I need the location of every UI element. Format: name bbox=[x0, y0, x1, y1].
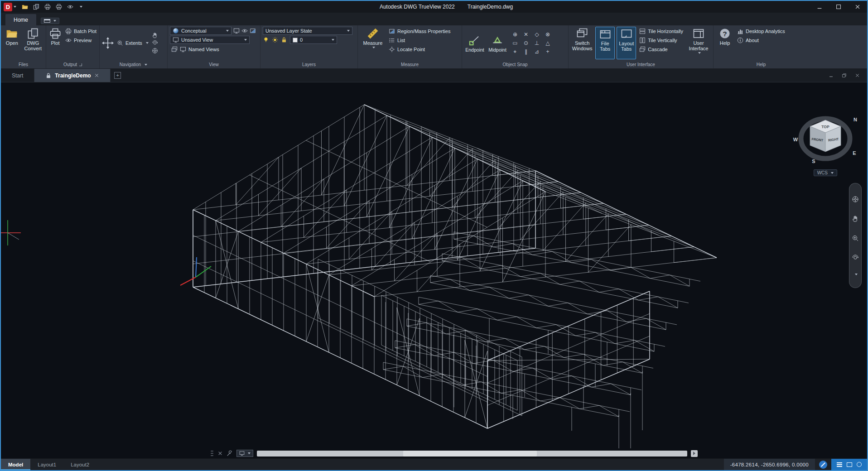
navbar-more-caret-icon[interactable] bbox=[855, 274, 858, 275]
intersection-snap-icon[interactable]: ⊗ bbox=[545, 31, 550, 38]
zoom-extents-button[interactable]: Extents bbox=[116, 39, 150, 48]
locate-point-button[interactable]: Locate Point bbox=[387, 45, 452, 53]
viewport-controls-button[interactable] bbox=[236, 450, 253, 457]
minimize-button[interactable] bbox=[810, 1, 829, 13]
help-button[interactable]: Help bbox=[716, 27, 734, 59]
cascade-button[interactable]: Cascade bbox=[638, 45, 685, 53]
ucs-indicator-button[interactable]: WCS bbox=[814, 169, 837, 176]
switch-windows-button[interactable]: Switch Windows bbox=[571, 27, 593, 59]
appearance-icon-3[interactable] bbox=[250, 28, 256, 34]
orbit-icon[interactable] bbox=[152, 40, 158, 46]
named-views-button[interactable]: Named Views bbox=[170, 45, 258, 53]
midpoint-snap-icon bbox=[492, 34, 503, 46]
geometric-center-snap-icon[interactable]: + bbox=[546, 48, 549, 55]
layout-tab-layout1[interactable]: Layout1 bbox=[30, 459, 63, 470]
layout-tab-layout2[interactable]: Layout2 bbox=[63, 459, 96, 470]
layer-thaw-sun-icon[interactable] bbox=[272, 37, 278, 43]
output-dialog-launcher-icon[interactable] bbox=[79, 63, 82, 66]
qat-dwg-convert-icon[interactable] bbox=[33, 4, 39, 10]
doc-restore-icon[interactable] bbox=[842, 73, 847, 78]
midpoint-snap-button[interactable]: Midpoint bbox=[487, 34, 508, 53]
navbar-zoom-icon[interactable] bbox=[852, 235, 859, 242]
insertion-snap-icon[interactable]: ▭ bbox=[512, 40, 517, 46]
center-snap-icon[interactable]: ⊕ bbox=[513, 31, 517, 38]
view-name-select[interactable]: Unsaved View bbox=[170, 36, 250, 44]
object-snap-grid: ⊕ ✕ ◇ ⊗ ▭ ⊙ ⊥ △ ⌖ ∥ ⊿ + bbox=[510, 30, 553, 56]
quadrant-snap-icon[interactable]: ◇ bbox=[535, 31, 539, 38]
tangent-snap-icon[interactable]: ⊙ bbox=[524, 40, 528, 46]
scrollbar-thumb[interactable] bbox=[403, 451, 537, 457]
tile-vertically-button[interactable]: Tile Vertically bbox=[638, 36, 685, 44]
toolbar-grip-icon[interactable] bbox=[210, 450, 214, 457]
current-layer-select[interactable]: 0 bbox=[290, 36, 337, 44]
file-tab-close-icon[interactable] bbox=[94, 73, 99, 78]
ribbon-group-files: Open DWG Convert Files bbox=[1, 25, 46, 68]
list-button[interactable]: List bbox=[387, 36, 452, 44]
tab-home[interactable]: Home bbox=[5, 14, 36, 25]
about-button[interactable]: About bbox=[736, 36, 786, 44]
clean-screen-icon[interactable] bbox=[847, 462, 852, 467]
navbar-steering-wheel-icon[interactable] bbox=[852, 196, 859, 203]
pan-hand-icon[interactable] bbox=[152, 32, 158, 38]
dwg-convert-button[interactable]: DWG Convert bbox=[23, 27, 43, 59]
scrollbar-row bbox=[1, 448, 867, 458]
file-tab-active[interactable]: TraingleDemo bbox=[34, 69, 110, 82]
node-snap-icon[interactable]: ✕ bbox=[524, 31, 528, 38]
preview-button[interactable]: Preview bbox=[64, 36, 98, 44]
doc-close-icon[interactable] bbox=[855, 73, 860, 78]
qat-plot-icon[interactable] bbox=[44, 4, 51, 10]
tile-horizontally-button[interactable]: Tile Horizontally bbox=[638, 27, 685, 35]
tile-vertically-icon bbox=[639, 37, 646, 43]
appearance-icon-1[interactable] bbox=[233, 28, 240, 34]
qat-open-icon[interactable] bbox=[22, 4, 28, 10]
app-logo[interactable]: D bbox=[4, 3, 12, 11]
steering-wheel-icon[interactable] bbox=[152, 48, 158, 54]
close-button[interactable] bbox=[848, 1, 867, 13]
batch-plot-button[interactable]: Batch Plot bbox=[64, 27, 98, 35]
apparent-intersection-snap-icon[interactable]: △ bbox=[545, 40, 550, 46]
qat-batch-plot-icon[interactable] bbox=[56, 4, 62, 10]
ribbon-display-toggle[interactable] bbox=[41, 18, 59, 24]
customization-icon[interactable] bbox=[837, 462, 842, 467]
layer-state-select[interactable]: Unsaved Layer State bbox=[263, 27, 352, 35]
visual-style-select[interactable]: Conceptual bbox=[170, 27, 231, 35]
new-tab-button[interactable]: + bbox=[111, 69, 125, 82]
layer-lock-icon[interactable] bbox=[281, 37, 287, 43]
desktop-analytics-button[interactable]: Desktop Analytics bbox=[736, 27, 786, 35]
toolbar-close-icon[interactable] bbox=[217, 451, 223, 456]
graphics-performance-icon[interactable] bbox=[857, 462, 862, 467]
nearest-snap-icon[interactable]: ⌖ bbox=[514, 48, 517, 55]
document-window-controls bbox=[829, 69, 867, 82]
navbar-pan-icon[interactable] bbox=[852, 215, 859, 222]
parallel-snap-icon[interactable]: ∥ bbox=[525, 48, 527, 55]
navbar-orbit-icon[interactable] bbox=[852, 254, 859, 261]
file-tab-start[interactable]: Start bbox=[1, 69, 34, 82]
doc-minimize-icon[interactable] bbox=[829, 73, 834, 78]
drawing-canvas[interactable]: W S E N TOP FRONT RIGHT bbox=[1, 82, 867, 448]
layout-tab-model[interactable]: Model bbox=[1, 459, 30, 470]
group-label-object-snap: Object Snap bbox=[502, 62, 527, 67]
app-menu-caret-icon[interactable] bbox=[14, 6, 16, 8]
scrollbar-right-arrow[interactable] bbox=[691, 450, 698, 457]
pan-icon[interactable] bbox=[102, 37, 114, 49]
appearance-icon-2[interactable] bbox=[241, 28, 248, 34]
horizontal-scrollbar[interactable] bbox=[257, 451, 687, 457]
layer-on-bulb-icon[interactable] bbox=[263, 37, 269, 43]
toolbar-wrench-icon[interactable] bbox=[227, 450, 233, 457]
viewcube[interactable]: W S E N TOP FRONT RIGHT bbox=[793, 117, 857, 164]
perpendicular-snap-icon[interactable]: ⊥ bbox=[535, 40, 539, 46]
isolate-objects-icon[interactable] bbox=[819, 461, 827, 469]
layout-tabs-toggle-button[interactable]: Layout Tabs bbox=[617, 27, 636, 59]
open-button[interactable]: Open bbox=[3, 27, 21, 59]
qat-preview-icon[interactable] bbox=[67, 4, 73, 10]
maximize-button[interactable] bbox=[829, 1, 848, 13]
ribbon-tab-row: Home bbox=[1, 13, 867, 25]
plot-button[interactable]: Plot bbox=[48, 27, 62, 59]
user-interface-button[interactable]: User Interface bbox=[686, 27, 711, 59]
measure-button[interactable]: Measure bbox=[360, 27, 386, 59]
extension-snap-icon[interactable]: ⊿ bbox=[535, 48, 539, 55]
region-mass-properties-button[interactable]: Region/Mass Properties bbox=[387, 27, 452, 35]
endpoint-snap-button[interactable]: Endpoint bbox=[464, 34, 485, 53]
file-tabs-toggle-button[interactable]: File Tabs bbox=[595, 27, 615, 59]
navigation-expand-caret-icon[interactable] bbox=[145, 64, 147, 66]
